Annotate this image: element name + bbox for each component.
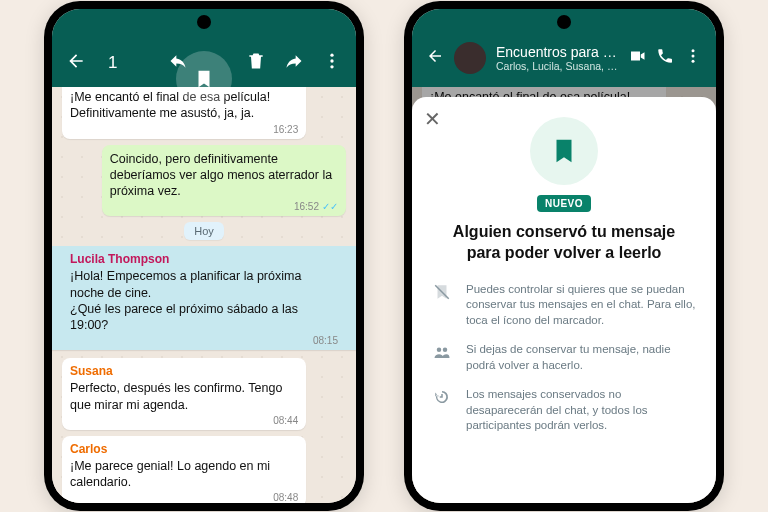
svg-point-0 <box>330 54 333 57</box>
more-icon[interactable] <box>322 51 342 75</box>
message-incoming[interactable]: Carlos ¡Me parece genial! Lo agendo en m… <box>62 436 306 503</box>
history-icon <box>432 387 452 434</box>
date-chip: Hoy <box>184 222 224 240</box>
read-ticks-icon: ✓✓ <box>322 201 338 212</box>
selection-count: 1 <box>108 53 150 73</box>
message-text: Coincido, pero definitivamente deberíamo… <box>110 151 338 200</box>
message-incoming[interactable]: Susana Perfecto, después les confirmo. T… <box>62 358 306 430</box>
bookmark-hero-icon <box>530 117 598 185</box>
svg-point-4 <box>692 55 695 58</box>
message-time: 08:15 <box>70 335 338 346</box>
message-selected[interactable]: Lucila Thompson ¡Hola! Empecemos a plani… <box>52 246 356 350</box>
info-row: Los mensajes conservados no desaparecerá… <box>432 387 696 434</box>
sheet-title: Alguien conservó tu mensaje para poder v… <box>432 222 696 264</box>
message-time: 08:44 <box>70 415 298 426</box>
screen-left: 1 ¡Me encantó el final de esa película! … <box>52 9 356 503</box>
close-icon[interactable]: ✕ <box>424 107 441 131</box>
message-sender: Susana <box>70 364 298 378</box>
chat-subtitle: Carlos, Lucila, Susana, Marcos,... <box>496 60 618 72</box>
message-text: ¡Me parece genial! Lo agendo en mi calen… <box>70 458 298 491</box>
chat-titles[interactable]: Encuentros para noche... Carlos, Lucila,… <box>496 44 618 72</box>
info-row: Puedes controlar si quieres que se pueda… <box>432 282 696 329</box>
message-outgoing[interactable]: Coincido, pero definitivamente deberíamo… <box>102 145 346 217</box>
message-time: 16:52✓✓ <box>110 201 338 212</box>
info-list: Puedes controlar si quieres que se pueda… <box>432 282 696 448</box>
chat-title: Encuentros para noche... <box>496 44 618 60</box>
group-icon <box>432 342 452 373</box>
voice-call-icon[interactable] <box>656 47 674 69</box>
message-text: Perfecto, después les confirmo. Tengo qu… <box>70 380 298 413</box>
svg-point-6 <box>437 348 442 353</box>
forward-icon[interactable] <box>284 51 304 75</box>
video-call-icon[interactable] <box>628 47 646 69</box>
back-icon[interactable] <box>426 47 444 69</box>
svg-point-2 <box>330 65 333 68</box>
message-time: 16:23 <box>70 124 298 135</box>
phone-right: Encuentros para noche... Carlos, Lucila,… <box>404 1 724 511</box>
message-time: 08:48 <box>70 492 298 503</box>
camera-notch <box>197 15 211 29</box>
new-badge: NUEVO <box>537 195 591 212</box>
screen-right: Encuentros para noche... Carlos, Lucila,… <box>412 9 716 503</box>
more-icon[interactable] <box>684 47 702 69</box>
bookmark-off-icon <box>432 282 452 329</box>
group-avatar[interactable] <box>454 42 486 74</box>
svg-point-7 <box>443 348 448 353</box>
info-sheet: ✕ NUEVO Alguien conservó tu mensaje para… <box>412 97 716 503</box>
delete-icon[interactable] <box>246 51 266 75</box>
svg-point-1 <box>330 59 333 62</box>
message-text: ¡Hola! Empecemos a planificar la próxima… <box>70 268 338 333</box>
info-row: Si dejas de conservar tu mensaje, nadie … <box>432 342 696 373</box>
info-text: Puedes controlar si quieres que se pueda… <box>466 282 696 329</box>
info-text: Los mensajes conservados no desaparecerá… <box>466 387 696 434</box>
message-sender: Lucila Thompson <box>70 252 338 266</box>
bookmark-icon <box>193 68 215 90</box>
svg-point-3 <box>692 49 695 52</box>
bookmark-action-highlight[interactable] <box>176 51 232 107</box>
svg-point-5 <box>692 60 695 63</box>
phone-left: 1 ¡Me encantó el final de esa película! … <box>44 1 364 511</box>
info-text: Si dejas de conservar tu mensaje, nadie … <box>466 342 696 373</box>
back-icon[interactable] <box>66 51 86 75</box>
message-sender: Carlos <box>70 442 298 456</box>
camera-notch <box>557 15 571 29</box>
chat-body[interactable]: ¡Me encantó el final de esa película! De… <box>52 87 356 503</box>
